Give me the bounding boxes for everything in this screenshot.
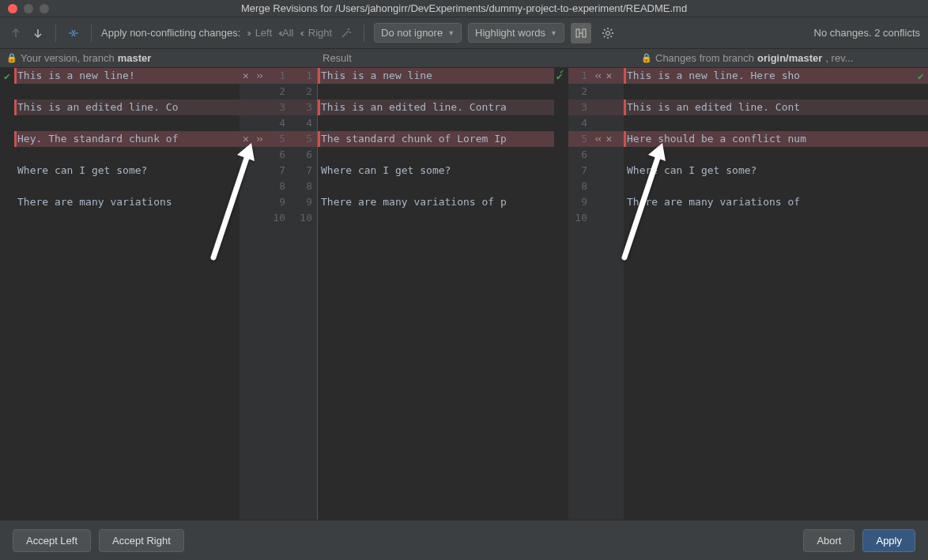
- line-number: 4: [568, 115, 592, 131]
- code-line: [14, 115, 240, 131]
- accept-change-icon[interactable]: ✔: [914, 68, 928, 84]
- abort-button[interactable]: Abort: [803, 529, 854, 552]
- line-number: 4: [290, 115, 317, 131]
- gutter-action: [240, 210, 271, 226]
- gutter-action: [592, 210, 624, 226]
- titlebar: Merge Revisions for /Users/jahongirr/Dev…: [0, 0, 928, 17]
- code-line: There are many variations: [14, 194, 240, 210]
- line-number: 2: [290, 84, 317, 100]
- left-code-pane[interactable]: This is a new line!This is an edited lin…: [14, 68, 240, 520]
- code-line: This is an edited line. Co: [14, 100, 240, 115]
- settings-icon[interactable]: [598, 23, 618, 43]
- accept-left-button[interactable]: Accept Left: [13, 529, 91, 552]
- gutter-action: [240, 100, 271, 115]
- line-number: 4: [271, 115, 290, 131]
- gutter-action: [592, 179, 624, 194]
- line-number: 9: [271, 194, 290, 210]
- accept-change-icon[interactable]: ✔: [0, 68, 14, 84]
- code-line: The standard chunk of Lorem Ip: [318, 131, 554, 147]
- line-number: 10: [568, 210, 592, 226]
- magic-resolve-icon[interactable]: [66, 25, 81, 41]
- gutter-action: [240, 84, 271, 100]
- code-line: [318, 147, 554, 163]
- code-line: Hey. The standard chunk of: [14, 131, 240, 147]
- code-line: Here should be a conflict num: [624, 131, 928, 147]
- apply-change-icon[interactable]: ‹‹: [594, 70, 600, 81]
- magic-wand-icon[interactable]: [338, 25, 354, 41]
- gutter-action: [592, 194, 624, 210]
- right-line-numbers: 12345678910: [568, 68, 592, 520]
- prev-diff-icon[interactable]: [8, 25, 24, 41]
- code-line: There are many variations of p: [318, 194, 554, 210]
- right-marker-col: ✔: [914, 68, 928, 84]
- gutter-action: [240, 115, 271, 131]
- gutter-action: [592, 163, 624, 179]
- gutter-action: ‹‹ ✕: [592, 131, 624, 147]
- gutter-action: ✕ ››: [240, 68, 271, 84]
- sync-scroll-icon[interactable]: [571, 23, 591, 43]
- code-line: This is an edited line. Cont: [624, 100, 928, 115]
- code-line: This is a new line: [318, 68, 554, 84]
- right-code-pane[interactable]: This is a new line. Here shoThis is an e…: [624, 68, 928, 520]
- result-code-pane[interactable]: This is a new lineThis is an edited line…: [317, 68, 554, 520]
- apply-non-conflicting-label: Apply non-conflicting changes:: [101, 27, 240, 39]
- line-number: 1: [271, 68, 290, 84]
- ignore-dropdown[interactable]: Do not ignore▼: [374, 23, 462, 43]
- apply-right-button[interactable]: ‹‹ Right: [300, 27, 332, 39]
- lock-icon: 🔒: [6, 53, 17, 63]
- apply-all-button[interactable]: ‹‹All: [278, 27, 293, 39]
- right-header: 🔒Changes from branch origin/master, rev.…: [635, 49, 928, 67]
- line-number: 7: [290, 163, 317, 179]
- accept-change-icon[interactable]: ✔✔: [554, 68, 568, 84]
- apply-left-button[interactable]: ›› Left: [247, 27, 272, 39]
- line-number: 6: [568, 147, 592, 163]
- line-number: 3: [290, 100, 317, 115]
- gutter-action: [240, 194, 271, 210]
- reject-change-icon[interactable]: ✕: [605, 133, 612, 145]
- svg-rect-1: [583, 29, 586, 37]
- result-header: Result: [240, 49, 635, 67]
- line-number: 3: [568, 100, 592, 115]
- apply-change-icon[interactable]: ››: [255, 70, 262, 81]
- gutter-action: ✕ ››: [240, 131, 271, 147]
- next-diff-icon[interactable]: [30, 25, 46, 41]
- toolbar: Apply non-conflicting changes: ›› Left ‹…: [0, 17, 928, 49]
- line-number: 10: [271, 210, 290, 226]
- code-line: This is an edited line. Contra: [318, 100, 554, 115]
- code-line: [624, 147, 928, 163]
- svg-point-2: [605, 31, 609, 35]
- right-action-gutter: ‹‹ ✕‹‹ ✕: [592, 68, 624, 520]
- accept-right-button[interactable]: Accept Right: [99, 529, 184, 552]
- apply-change-icon[interactable]: ‹‹: [594, 133, 600, 145]
- line-number: 8: [271, 179, 290, 194]
- highlight-dropdown[interactable]: Highlight words▼: [468, 23, 564, 43]
- apply-change-icon[interactable]: ››: [255, 133, 262, 145]
- line-number: 1: [568, 68, 592, 84]
- code-line: [624, 179, 928, 194]
- apply-button[interactable]: Apply: [862, 529, 915, 552]
- line-number: 9: [290, 194, 317, 210]
- code-line: [14, 179, 240, 194]
- reject-change-icon[interactable]: ✕: [605, 70, 612, 81]
- diff-panes: ✔ This is a new line!This is an edited l…: [0, 68, 928, 520]
- reject-change-icon[interactable]: ✕: [243, 70, 249, 81]
- line-number: 8: [290, 179, 317, 194]
- gutter-action: [240, 179, 271, 194]
- gutter-action: [592, 84, 624, 100]
- line-number: 8: [568, 179, 592, 194]
- line-number: 2: [271, 84, 290, 100]
- line-number: 5: [290, 131, 317, 147]
- line-number: 10: [290, 210, 317, 226]
- code-line: [318, 115, 554, 131]
- line-number: 6: [271, 147, 290, 163]
- window-title: Merge Revisions for /Users/jahongirr/Dev…: [0, 2, 928, 14]
- line-number: 9: [568, 194, 592, 210]
- line-number: 3: [271, 100, 290, 115]
- code-line: Where can I get some?: [14, 163, 240, 179]
- gutter-action: [240, 163, 271, 179]
- left-line-numbers: 12345678910: [271, 68, 290, 520]
- reject-change-icon[interactable]: ✕: [243, 133, 249, 145]
- gutter-action: [240, 147, 271, 163]
- mid-marker-col: ✔✔: [554, 68, 568, 520]
- code-line: [318, 84, 554, 100]
